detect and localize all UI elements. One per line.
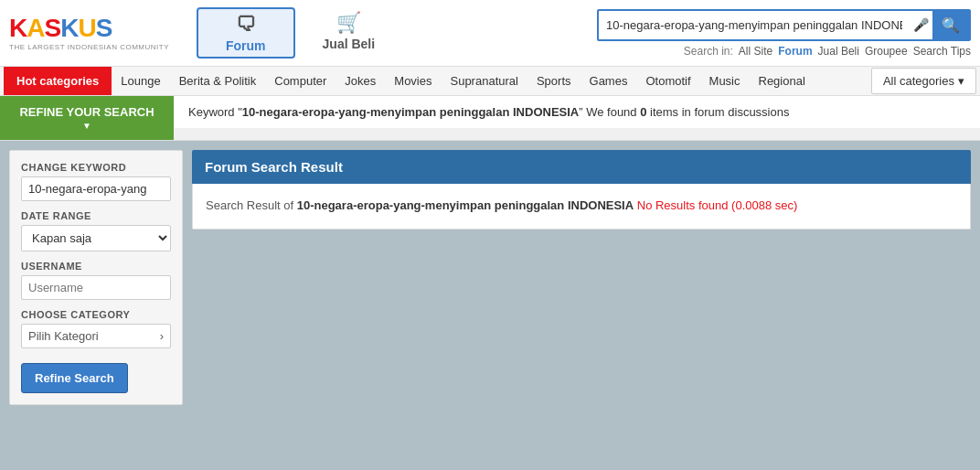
logo-letter-k: K bbox=[9, 14, 27, 42]
logo-letter-a: A bbox=[27, 14, 44, 42]
filter-groupee[interactable]: Groupee bbox=[865, 45, 908, 58]
choose-category-label: CHOOSE CATEGORY bbox=[21, 309, 171, 320]
cat-jokes[interactable]: Jokes bbox=[336, 67, 385, 95]
cat-movies[interactable]: Movies bbox=[385, 67, 441, 95]
username-section: USERNAME bbox=[21, 261, 171, 300]
logo-subtitle: THE LARGEST INDONESIAN COMMUNITY bbox=[9, 43, 169, 51]
jualbeli-icon: 🛒 bbox=[336, 11, 361, 35]
logo-letter-s2: S bbox=[96, 14, 112, 42]
filter-all-site[interactable]: All Site bbox=[739, 45, 772, 58]
refine-your-search-button[interactable]: REFINE YOUR SEARCH ▼ bbox=[0, 96, 174, 140]
change-keyword-label: CHANGE KEYWORD bbox=[21, 162, 171, 173]
choose-category-section: CHOOSE CATEGORY Pilih Kategori › bbox=[21, 309, 171, 348]
cat-computer[interactable]: Computer bbox=[265, 67, 336, 95]
search-input[interactable] bbox=[599, 14, 910, 37]
forum-nav-button[interactable]: 🗨 Forum bbox=[197, 7, 295, 59]
chevron-down-icon: ▼ bbox=[82, 121, 91, 131]
no-results-text: No Results found (0.0088 sec) bbox=[637, 198, 798, 212]
content-area: Forum Search Result Search Result of 10-… bbox=[192, 150, 971, 443]
filter-jualbeli[interactable]: Jual Beli bbox=[818, 45, 859, 58]
change-keyword-section: CHANGE KEYWORD bbox=[21, 162, 171, 201]
cat-regional[interactable]: Regional bbox=[750, 67, 815, 95]
refine-bar: REFINE YOUR SEARCH ▼ Keyword "10-negara-… bbox=[0, 96, 980, 141]
search-in-label: Search in: bbox=[684, 45, 733, 58]
date-range-select[interactable]: Kapan saja Hari ini Minggu ini Bulan ini… bbox=[21, 225, 171, 251]
sidebar: CHANGE KEYWORD DATE RANGE Kapan saja Har… bbox=[9, 150, 183, 405]
date-range-label: DATE RANGE bbox=[21, 210, 171, 221]
hot-categories-button[interactable]: Hot categories bbox=[4, 67, 112, 95]
keyword-value: 10-negara-eropa-yang-menyimpan peninggal… bbox=[242, 105, 579, 119]
header: KASKUS THE LARGEST INDONESIAN COMMUNITY … bbox=[0, 0, 980, 67]
category-select-button[interactable]: Pilih Kategori › bbox=[21, 324, 171, 348]
cat-sports[interactable]: Sports bbox=[527, 67, 581, 95]
search-tips-link[interactable]: Search Tips bbox=[913, 45, 971, 58]
keyword-prefix: Keyword " bbox=[188, 105, 242, 119]
search-filters: Search in: All Site Forum Jual Beli Grou… bbox=[684, 45, 971, 58]
chevron-right-icon: › bbox=[160, 329, 164, 343]
all-categories-button[interactable]: All categories ▾ bbox=[871, 68, 976, 94]
logo-letter-s: S bbox=[44, 14, 60, 42]
username-input[interactable] bbox=[21, 275, 171, 300]
keyword-info: Keyword "10-negara-eropa-yang-menyimpan … bbox=[174, 96, 980, 128]
username-label: USERNAME bbox=[21, 261, 171, 272]
microphone-icon[interactable]: 🎤 bbox=[910, 17, 932, 32]
keyword-count-suffix: items in forum discussions bbox=[646, 105, 789, 119]
keyword-input[interactable] bbox=[21, 176, 171, 201]
refine-search-button[interactable]: Refine Search bbox=[21, 363, 128, 393]
logo: KASKUS bbox=[9, 16, 112, 41]
date-range-section: DATE RANGE Kapan saja Hari ini Minggu in… bbox=[21, 210, 171, 251]
search-area: 🎤 🔍 Search in: All Site Forum Jual Beli … bbox=[597, 9, 971, 58]
forum-nav-label: Forum bbox=[226, 38, 266, 53]
all-categories-label: All categories bbox=[883, 74, 954, 88]
nav-icons: 🗨 Forum 🛒 Jual Beli bbox=[197, 7, 402, 59]
logo-area: KASKUS THE LARGEST INDONESIAN COMMUNITY bbox=[9, 16, 169, 51]
keyword-suffix: ” We found bbox=[579, 105, 640, 119]
forum-result-body: Search Result of 10-negara-eropa-yang-me… bbox=[192, 184, 971, 230]
cat-music[interactable]: Music bbox=[700, 67, 750, 95]
cat-supranatural[interactable]: Supranatural bbox=[441, 67, 527, 95]
main-layout: CHANGE KEYWORD DATE RANGE Kapan saja Har… bbox=[0, 141, 980, 452]
jualbeli-nav-label: Jual Beli bbox=[323, 37, 376, 51]
filter-forum[interactable]: Forum bbox=[778, 45, 812, 58]
cat-berita[interactable]: Berita & Politik bbox=[170, 67, 266, 95]
logo-letter-k2: K bbox=[60, 14, 78, 42]
logo-letter-u: U bbox=[78, 14, 95, 42]
category-placeholder: Pilih Kategori bbox=[28, 329, 99, 343]
cat-lounge[interactable]: Lounge bbox=[112, 67, 169, 95]
jualbeli-nav-button[interactable]: 🛒 Jual Beli bbox=[295, 7, 403, 59]
forum-result-header: Forum Search Result bbox=[192, 150, 971, 184]
forum-icon: 🗨 bbox=[236, 13, 256, 37]
result-keyword: 10-negara-eropa-yang-menyimpan peninggal… bbox=[297, 198, 634, 212]
cat-otomotif[interactable]: Otomotif bbox=[636, 67, 699, 95]
search-button[interactable]: 🔍 bbox=[932, 11, 969, 39]
refine-btn-label: REFINE YOUR SEARCH bbox=[19, 105, 154, 119]
search-bar: 🎤 🔍 bbox=[597, 9, 971, 41]
result-body-prefix: Search Result of bbox=[206, 198, 297, 212]
cat-games[interactable]: Games bbox=[581, 67, 637, 95]
chevron-down-icon: ▾ bbox=[958, 74, 964, 88]
category-nav: Hot categories Lounge Berita & Politik C… bbox=[0, 67, 980, 96]
